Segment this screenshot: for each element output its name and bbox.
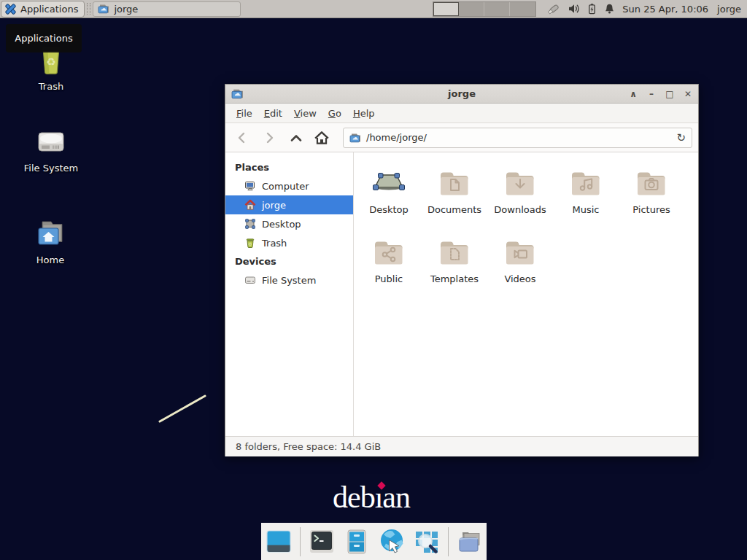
computer-icon (244, 180, 256, 192)
public-folder-icon (371, 235, 406, 270)
applications-icon (4, 3, 17, 15)
desktop-icon-home[interactable]: Home (12, 216, 88, 265)
file-cabinet-icon (343, 528, 371, 556)
folder-music[interactable]: Music (553, 166, 619, 235)
bottom-dock (261, 523, 487, 560)
file-manager-window: jorge ∧ – □ ✕ File Edit View Go Help (225, 84, 699, 456)
dock-file-manager-button[interactable] (343, 528, 371, 556)
forward-icon (262, 131, 276, 145)
downloads-folder-icon (503, 166, 538, 201)
folder-templates[interactable]: Templates (422, 235, 487, 304)
menu-help[interactable]: Help (348, 106, 380, 121)
documents-folder-icon (437, 166, 472, 201)
workspace-2[interactable] (459, 2, 484, 16)
dock-web-browser-button[interactable] (378, 528, 406, 556)
battery-icon[interactable] (587, 3, 597, 15)
sidebar-item-trash[interactable]: ♻ Trash (225, 233, 353, 252)
app-finder-icon (413, 528, 441, 556)
toolbar: /home/jorge/ ↻ (225, 123, 698, 152)
sidebar-item-label: Trash (262, 238, 287, 249)
dock-folders-button[interactable] (456, 528, 484, 556)
window-body: Places Computer jorge (225, 152, 698, 436)
dock-separator (448, 527, 449, 556)
folder-videos[interactable]: Videos (487, 235, 553, 304)
taskbar-folder-icon (98, 3, 109, 15)
up-icon (289, 131, 303, 145)
templates-folder-icon (437, 235, 472, 270)
minimize-button[interactable]: – (646, 85, 657, 103)
system-tray (546, 2, 615, 15)
panel-clock[interactable]: Sun 25 Apr, 10:06 (622, 4, 708, 15)
folder-pictures[interactable]: Pictures (619, 166, 684, 235)
desktop-icon-file-system[interactable]: File System (13, 124, 89, 174)
terminal-icon (308, 528, 336, 556)
folder-label: Pictures (632, 204, 670, 215)
dock-terminal-button[interactable] (308, 528, 336, 556)
folder-label: Desktop (369, 204, 409, 215)
up-button[interactable] (285, 127, 307, 149)
folder-label: Videos (504, 273, 535, 284)
home-icon (244, 199, 256, 211)
sidebar: Places Computer jorge (225, 152, 354, 436)
forward-button[interactable] (258, 127, 280, 149)
sidebar-item-jorge[interactable]: jorge (225, 195, 353, 214)
volume-icon[interactable] (568, 3, 580, 15)
folder-desktop[interactable]: Desktop (356, 166, 422, 235)
desktop-icon-label: Home (36, 254, 64, 265)
debian-logo: debıan (333, 480, 410, 515)
menu-view[interactable]: View (289, 106, 322, 121)
workspace-3[interactable] (484, 2, 510, 16)
hard-drive-icon (244, 274, 256, 286)
workspace-1[interactable] (433, 2, 459, 16)
folder-view: Desktop Documents Downloads (354, 152, 698, 436)
sidebar-item-computer[interactable]: Computer (225, 176, 353, 195)
back-icon (235, 131, 249, 145)
applications-menu-button[interactable]: Applications (1, 1, 85, 18)
applications-tooltip: Applications (6, 24, 82, 52)
notifications-bell-icon[interactable] (604, 3, 615, 15)
statusbar: 8 folders, Free space: 14.4 GiB (225, 436, 698, 456)
folder-downloads[interactable]: Downloads (487, 166, 553, 235)
back-button[interactable] (231, 127, 253, 149)
folder-label: Downloads (494, 204, 546, 215)
taskbar-window-button[interactable]: jorge (93, 1, 241, 17)
clipman-icon[interactable] (546, 2, 561, 15)
debian-logo-text: an (382, 481, 410, 514)
sidebar-item-desktop[interactable]: Desktop (225, 214, 353, 233)
reload-icon[interactable]: ↻ (676, 131, 686, 144)
top-panel: Applications jorge Su (0, 0, 747, 18)
panel-user-menu[interactable]: jorge (717, 4, 741, 15)
music-folder-icon (568, 166, 603, 201)
menubar: File Edit View Go Help (225, 104, 698, 123)
maximize-button[interactable]: □ (664, 85, 676, 103)
window-titlebar[interactable]: jorge ∧ – □ ✕ (225, 85, 698, 104)
folder-public[interactable]: Public (356, 235, 422, 304)
workspace-switcher (433, 1, 536, 17)
trash-icon: ♻ (244, 237, 256, 249)
folder-label: Templates (430, 273, 479, 284)
workspace-4[interactable] (510, 2, 535, 16)
path-bar[interactable]: /home/jorge/ ↻ (343, 128, 692, 148)
pictures-folder-icon (634, 166, 669, 201)
menu-go[interactable]: Go (323, 106, 347, 121)
web-browser-globe-icon (378, 528, 406, 556)
path-text: /home/jorge/ (366, 132, 671, 143)
videos-folder-icon (503, 235, 538, 270)
sidebar-item-file-system[interactable]: File System (225, 271, 353, 289)
debian-logo-text: deb (333, 481, 375, 514)
statusbar-text: 8 folders, Free space: 14.4 GiB (236, 441, 381, 452)
menu-edit[interactable]: Edit (259, 106, 287, 121)
menu-file[interactable]: File (231, 106, 258, 121)
home-folder-icon (31, 216, 69, 251)
shade-button[interactable]: ∧ (627, 85, 639, 103)
folders-icon (456, 528, 484, 556)
folder-documents[interactable]: Documents (422, 166, 487, 235)
close-button[interactable]: ✕ (682, 85, 694, 103)
dock-app-finder-button[interactable] (413, 528, 441, 556)
dock-show-desktop-button[interactable] (265, 528, 293, 556)
dock-separator (300, 527, 301, 556)
svg-text:♻: ♻ (46, 55, 55, 69)
home-button[interactable] (311, 127, 333, 149)
places-header: Places (225, 158, 353, 176)
panel-handle[interactable] (87, 3, 90, 15)
